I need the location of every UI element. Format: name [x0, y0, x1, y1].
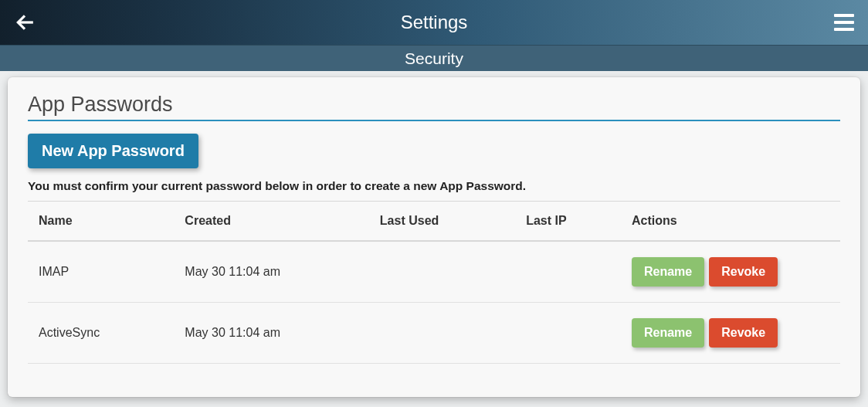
col-header-last-ip: Last IP — [515, 202, 621, 242]
subheader-bar: Security — [0, 45, 868, 71]
col-header-name: Name — [28, 202, 174, 242]
cell-created: May 30 11:04 am — [174, 303, 368, 364]
cell-last-ip — [515, 303, 621, 364]
subheader-title: Security — [405, 49, 463, 68]
cell-actions: RenameRevoke — [621, 241, 840, 303]
cell-last-used — [369, 241, 515, 303]
cell-name: ActiveSync — [28, 303, 174, 364]
rename-button[interactable]: Rename — [632, 257, 704, 287]
app-passwords-card: App Passwords New App Password You must … — [8, 77, 860, 397]
app-passwords-table: Name Created Last Used Last IP Actions I… — [28, 201, 840, 364]
card-title: App Passwords — [28, 93, 840, 117]
back-arrow-icon[interactable] — [14, 12, 36, 33]
cell-actions: RenameRevoke — [621, 303, 840, 364]
title-divider — [28, 120, 840, 121]
revoke-button[interactable]: Revoke — [709, 318, 778, 348]
page-title: Settings — [401, 12, 468, 33]
header-bar: Settings — [0, 0, 868, 45]
revoke-button[interactable]: Revoke — [709, 257, 778, 287]
hamburger-menu-icon[interactable] — [834, 14, 854, 31]
rename-button[interactable]: Rename — [632, 318, 704, 348]
table-row: ActiveSyncMay 30 11:04 amRenameRevoke — [28, 303, 840, 364]
table-row: IMAPMay 30 11:04 amRenameRevoke — [28, 241, 840, 303]
new-app-password-button[interactable]: New App Password — [28, 134, 198, 168]
col-header-created: Created — [174, 202, 368, 242]
instruction-text: You must confirm your current password b… — [28, 179, 840, 193]
cell-last-used — [369, 303, 515, 364]
cell-last-ip — [515, 241, 621, 303]
cell-created: May 30 11:04 am — [174, 241, 368, 303]
cell-name: IMAP — [28, 241, 174, 303]
col-header-actions: Actions — [621, 202, 840, 242]
col-header-last-used: Last Used — [369, 202, 515, 242]
